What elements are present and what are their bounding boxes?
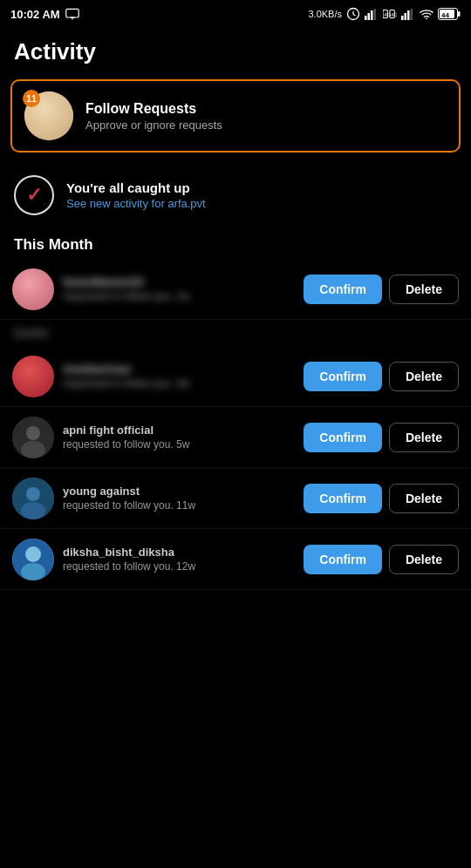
avatar [12,539,54,580]
activity-info: young against requested to follow you. 1… [63,485,295,512]
svg-text:44: 44 [441,11,449,19]
follow-requests-badge: 11 [23,90,40,107]
username: apni fight official [63,424,295,437]
confirm-button[interactable]: Confirm [304,275,382,304]
list-item: young against requested to follow you. 1… [0,468,471,529]
svg-point-27 [26,487,40,501]
svg-rect-7 [368,13,371,20]
sub-blurred: requested to follow you. 3w [63,377,202,390]
clock-icon [346,7,360,21]
check-circle-icon: ✓ [14,175,54,215]
svg-rect-14 [401,16,404,20]
activity-list: SomeName123 requested to follow you. 1w … [0,259,471,590]
delete-button[interactable]: Delete [389,484,459,513]
avatar [12,417,54,458]
wifi-icon [420,7,433,21]
status-left: 10:02 AM [10,7,79,21]
svg-rect-0 [65,9,78,17]
svg-point-25 [21,441,45,458]
caught-up-text: You're all caught up See new activity fo… [66,180,206,210]
signal-icon-2 [401,7,415,21]
sub-blurred: requested to follow you. 1w [63,290,202,302]
svg-point-31 [21,563,45,580]
follow-requests-banner[interactable]: 11 Follow Requests Approve or ignore req… [10,79,461,153]
status-right: 3.0KB/s 4G 4G [308,7,461,21]
username: young against [63,485,295,498]
activity-actions: Confirm Delete [304,275,459,304]
activity-actions: Confirm Delete [304,484,459,513]
page-title: Activity [14,38,96,64]
banner-title: Follow Requests [85,101,222,117]
network-speed: 3.0KB/s [308,9,342,19]
spacer-label: Earlier [14,326,49,340]
username-blurred: AnotherUser [63,363,202,376]
svg-point-30 [25,546,41,562]
delete-button[interactable]: Delete [389,545,459,574]
activity-info: diksha_bisht_diksha requested to follow … [63,546,295,573]
this-month-label: This Month [0,227,471,259]
caught-up-section: ✓ You're all caught up See new activity … [0,163,471,227]
list-item: AnotherUser requested to follow you. 3w … [0,346,471,407]
confirm-button[interactable]: Confirm [304,484,382,513]
activity-sub: requested to follow you. 12w [63,560,295,573]
banner-text: Follow Requests Approve or ignore reques… [85,101,222,132]
activity-sub: requested to follow you. 11w [63,499,295,512]
svg-point-28 [21,502,45,519]
delete-button[interactable]: Delete [389,423,459,452]
svg-rect-16 [407,10,410,20]
avatar-icon [12,417,54,458]
avatar [12,356,54,397]
username: diksha_bisht_diksha [63,546,295,559]
avatar [12,268,54,310]
list-item: apni fight official requested to follow … [0,407,471,468]
banner-subtitle: Approve or ignore requests [85,119,222,132]
time: 10:02 AM [10,8,60,21]
activity-actions: Confirm Delete [304,362,459,391]
confirm-button[interactable]: Confirm [304,362,382,391]
confirm-button[interactable]: Confirm [304,423,382,452]
page-header: Activity [0,28,471,74]
list-item: SomeName123 requested to follow you. 1w … [0,259,471,320]
activity-sub: requested to follow you. 5w [63,438,295,451]
activity-actions: Confirm Delete [304,423,459,452]
signal-icon-1 [365,7,379,21]
svg-text:4G: 4G [391,11,397,17]
screen-icon [65,7,79,21]
svg-rect-20 [458,11,461,17]
battery-icon: 44 [438,8,461,20]
status-bar: 10:02 AM 3.0KB/s 4G 4G [0,0,471,28]
sim-icon: 4G 4G [383,7,397,21]
activity-actions: Confirm Delete [304,545,459,574]
avatar-icon [12,539,54,580]
delete-button[interactable]: Delete [389,362,459,391]
activity-info: AnotherUser requested to follow you. 3w [63,363,295,390]
svg-line-5 [353,15,356,17]
svg-rect-17 [411,9,413,20]
spacer-row: Earlier [0,320,471,346]
svg-rect-6 [365,16,367,20]
svg-point-18 [426,17,427,19]
list-item: diksha_bisht_diksha requested to follow … [0,529,471,590]
delete-button[interactable]: Delete [389,275,459,304]
confirm-button[interactable]: Confirm [304,545,382,574]
svg-point-24 [26,426,40,440]
avatar-icon [12,478,54,519]
checkmark: ✓ [26,184,42,207]
activity-info: apni fight official requested to follow … [63,424,295,451]
svg-rect-9 [374,9,377,20]
svg-rect-8 [371,10,373,20]
username-blurred: SomeName123 [63,275,202,288]
svg-rect-15 [405,13,407,20]
activity-info: SomeName123 requested to follow you. 1w [63,275,295,302]
avatar [12,478,54,519]
banner-avatar-wrap: 11 [24,92,73,140]
caught-up-title: You're all caught up [66,180,206,195]
caught-up-link[interactable]: See new activity for arfa.pvt [66,197,206,210]
